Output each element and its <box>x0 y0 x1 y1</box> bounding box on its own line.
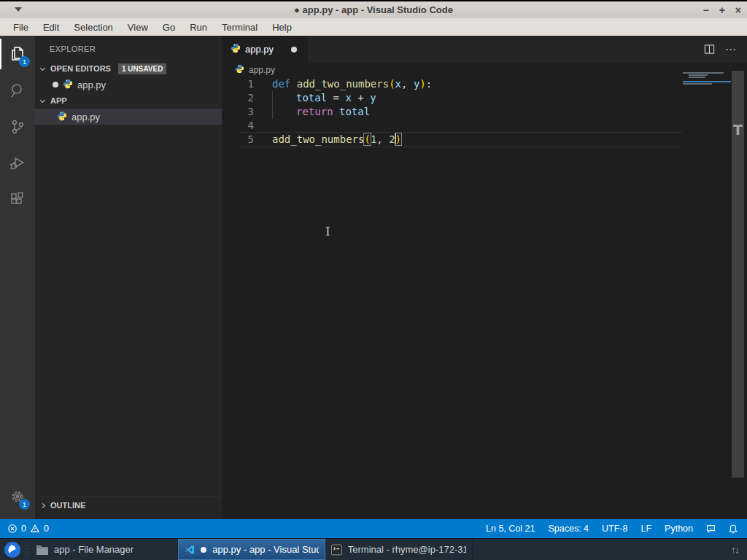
extensions-icon <box>8 190 27 209</box>
code-token: + <box>352 92 370 104</box>
line-number: 1 <box>222 77 254 91</box>
code-line-5[interactable]: 5add_two_numbers(1, 2) <box>222 133 682 147</box>
feedback-icon[interactable] <box>700 524 722 534</box>
settings-badge: 1 <box>19 499 30 510</box>
split-editor-icon[interactable] <box>704 44 715 55</box>
tray-scroll-arrows-icon[interactable]: ↑↓ <box>731 544 747 556</box>
taskbar-item-file-manager[interactable]: app - File Manager <box>31 539 178 560</box>
tab-modified-dot[interactable] <box>291 47 297 52</box>
status-bar: 0 0 Ln 5, Col 21 Spaces: 4 UTF-8 LF Pyth… <box>0 519 747 538</box>
terminal-icon: $ <box>331 544 342 556</box>
indent-guide <box>272 91 296 105</box>
outline-header[interactable]: OUTLINE <box>35 496 222 512</box>
close-button[interactable]: × <box>735 5 741 15</box>
menu-go[interactable]: Go <box>155 20 182 35</box>
code-token: total <box>296 92 327 104</box>
activitybar-run-debug[interactable] <box>0 145 35 182</box>
taskbar: app - File Manager app.py - app - Visual… <box>0 538 747 560</box>
code-line-2[interactable]: 2total = x + y <box>222 91 682 105</box>
code-line-3[interactable]: 3return total <box>222 105 682 119</box>
maximize-button[interactable]: + <box>719 5 725 15</box>
minimap[interactable] <box>683 72 731 85</box>
more-actions-icon[interactable]: ⋯ <box>725 43 737 56</box>
search-icon <box>8 81 27 100</box>
code-editor[interactable]: 1def add_two_numbers(x, y):2total = x + … <box>222 77 682 147</box>
activitybar-settings[interactable]: 1 <box>0 478 35 515</box>
menu-terminal[interactable]: Terminal <box>214 20 265 35</box>
code-line-1[interactable]: 1def add_two_numbers(x, y): <box>222 77 682 91</box>
indentation[interactable]: Spaces: 4 <box>541 524 595 534</box>
code-token: add_two_numbers <box>297 78 389 90</box>
indent-guide <box>272 105 296 119</box>
cursor-position[interactable]: Ln 5, Col 21 <box>479 524 541 534</box>
errors-warnings[interactable]: 0 0 <box>7 524 55 534</box>
explorer-sidebar: EXPLORER OPEN EDITORS 1 UNSAVED app.py <box>35 36 222 519</box>
explorer-unsaved-badge: 1 <box>19 56 30 67</box>
taskbar-item-vscode[interactable]: app.py - app - Visual Studi... <box>178 539 325 560</box>
xfce-menu-icon <box>4 541 21 559</box>
activitybar-search[interactable] <box>0 72 35 109</box>
mouse-text-cursor: I <box>325 224 330 238</box>
source-control-icon <box>8 117 27 136</box>
breadcrumb-file[interactable]: app.py <box>249 65 275 75</box>
activitybar-extensions[interactable] <box>0 182 35 218</box>
code-token: return <box>296 106 333 117</box>
code-token: : <box>426 78 432 90</box>
open-editor-item-app-py[interactable]: app.py <box>35 77 222 93</box>
minimap-line <box>689 77 705 78</box>
folder-icon <box>36 545 48 555</box>
tab-bar: app.py ⋯ <box>222 36 747 63</box>
code-token: ) <box>419 78 425 90</box>
minimap-line <box>683 72 724 74</box>
file-item-app-py[interactable]: app.py <box>35 109 222 125</box>
warning-count: 0 <box>44 524 49 534</box>
eol-sequence[interactable]: LF <box>634 524 658 534</box>
error-icon <box>7 524 18 534</box>
breadcrumb[interactable]: app.py <box>222 63 747 77</box>
run-debug-icon <box>8 154 27 173</box>
minimap-line <box>683 83 712 85</box>
code-token: x <box>395 78 401 90</box>
code-token: , <box>401 78 414 90</box>
code-token: x <box>345 92 351 104</box>
panel-grip <box>25 542 29 558</box>
desktop: ● app.py - app - Visual Studio Code − + … <box>0 0 747 560</box>
unsaved-badge: 1 UNSAVED <box>118 63 167 74</box>
code-token: total <box>339 106 370 117</box>
window-titlebar[interactable]: ● app.py - app - Visual Studio Code − + … <box>0 1 747 18</box>
python-icon <box>231 43 241 56</box>
tab-label: app.py <box>245 44 274 55</box>
sidebar-title: EXPLORER <box>35 36 222 61</box>
line-content: total = x + y <box>272 91 376 105</box>
applications-menu-button[interactable] <box>1 540 23 559</box>
minimap-line <box>689 74 708 76</box>
activity-bar: 1 <box>0 36 35 519</box>
chevron-down-icon <box>40 65 45 70</box>
notifications-bell-icon[interactable] <box>722 524 747 534</box>
menu-edit[interactable]: Edit <box>36 20 66 35</box>
menu-run[interactable]: Run <box>182 20 214 35</box>
menu-view[interactable]: View <box>120 20 155 35</box>
minimize-button[interactable]: − <box>703 5 708 15</box>
activitybar-source-control[interactable] <box>0 109 35 145</box>
line-number: 3 <box>222 105 254 119</box>
menu-help[interactable]: Help <box>265 20 299 35</box>
language-mode[interactable]: Python <box>658 524 700 534</box>
code-token: y <box>370 92 376 104</box>
warning-icon <box>30 524 40 534</box>
code-token: def <box>272 78 297 90</box>
python-icon <box>57 111 67 123</box>
taskbar-item-terminal[interactable]: $ Terminal - rhyme@ip-172-31... <box>325 539 473 560</box>
workspace-folder-header[interactable]: APP <box>35 93 222 109</box>
svg-text:$: $ <box>333 545 336 550</box>
activitybar-explorer[interactable]: 1 <box>0 36 35 72</box>
title-modified-dot: ● <box>294 4 300 15</box>
code-line-4[interactable]: 4 <box>222 119 682 133</box>
minimap-line <box>683 81 731 82</box>
window-menu-icon[interactable] <box>15 7 22 12</box>
menu-selection[interactable]: Selection <box>66 20 120 35</box>
tab-app-py[interactable]: app.py <box>222 36 308 63</box>
encoding[interactable]: UTF-8 <box>595 524 634 534</box>
menu-file[interactable]: File <box>6 20 36 35</box>
open-editors-header[interactable]: OPEN EDITORS 1 UNSAVED <box>35 61 222 77</box>
